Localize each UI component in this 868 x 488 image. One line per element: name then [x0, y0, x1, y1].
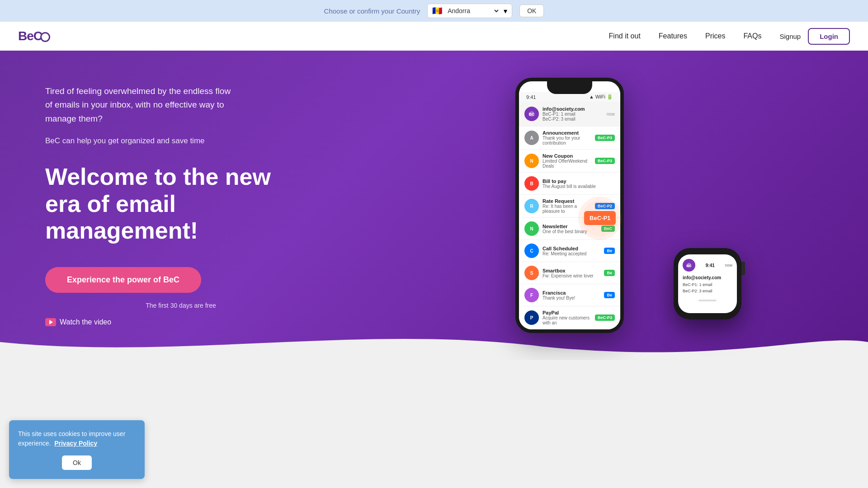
- watch-sender: info@society.com: [683, 275, 732, 280]
- email-item-francisca: F Francisca Thank you! Bye! Be: [519, 284, 620, 306]
- nav-right: Signup Login: [779, 28, 850, 45]
- avatar: S: [524, 266, 539, 280]
- hero-helper: BeC can help you get organized and save …: [45, 136, 316, 145]
- watch-screen: BC 9:41 now info@society.com BeC-P1: 1 e…: [678, 254, 737, 313]
- avatar: N: [524, 221, 539, 236]
- preview: Thank you! Bye!: [542, 296, 600, 300]
- preview: Re: Meeting accepted: [542, 251, 600, 256]
- email-info: Francisca Thank you! Bye!: [542, 290, 600, 300]
- avatar: C: [524, 244, 539, 258]
- email-item-announcement: A Announcement Thank you for your contri…: [519, 127, 620, 150]
- sender: New Coupon: [542, 153, 591, 159]
- email-time: now: [607, 112, 615, 117]
- sender: Bill to pay: [542, 178, 615, 184]
- email-info: Smartbox Fw: Expensive wine lover: [542, 268, 600, 278]
- hero-title: Welcome to the newera of emailmanagement…: [45, 164, 316, 244]
- watch-mockup: BC 9:41 now info@society.com BeC-P1: 1 e…: [674, 248, 741, 319]
- sender: PayPal: [542, 310, 591, 315]
- country-prompt: Choose or confirm your Country: [324, 7, 420, 15]
- phone-time: 9:41: [526, 94, 536, 100]
- logo-ring: [40, 32, 50, 42]
- preview: Acquire new customers with an: [542, 315, 591, 325]
- email-item-call: C Call Scheduled Re: Meeting accepted Be: [519, 240, 620, 262]
- sender: Call Scheduled: [542, 246, 600, 251]
- email-info: New Coupon Limited OfferWeekend Deals: [542, 153, 591, 169]
- dropdown-icon: ▾: [504, 7, 507, 15]
- logo: BeC: [18, 29, 50, 43]
- phone-notch: [547, 81, 592, 94]
- preview: Thank you for your contribution: [542, 136, 591, 145]
- preview: Limited OfferWeekend Deals: [542, 159, 591, 169]
- email-item-coupon: N New Coupon Limited OfferWeekend Deals …: [519, 150, 620, 173]
- email-info: Call Scheduled Re: Meeting accepted: [542, 246, 600, 256]
- avatar: A: [524, 131, 539, 145]
- play-icon: [45, 318, 56, 326]
- email-avatar: BC: [524, 107, 539, 121]
- avatar: F: [524, 288, 539, 302]
- email-info: PayPal Acquire new customers with an: [542, 310, 591, 325]
- cookie-notice: This site uses cookies to improve user e…: [9, 420, 145, 450]
- bec-p1-label: BeC-P1: [584, 211, 616, 225]
- email-info: Bill to pay The August bill is available: [542, 178, 615, 189]
- watch-label: now: [725, 263, 732, 267]
- tag: BeC-P3: [595, 135, 615, 141]
- email-item-bill: B Bill to pay The August bill is availab…: [519, 173, 620, 195]
- nav-find-it-out[interactable]: Find it out: [609, 32, 641, 40]
- nav-links: Find it out Features Prices FAQs: [609, 32, 762, 40]
- email-item-paypal: P PayPal Acquire new customers with an B…: [519, 306, 620, 329]
- email-info: info@society.com BeC-P1: 1 email BeC-P2:…: [542, 106, 603, 122]
- email-info: Announcement Thank you for your contribu…: [542, 130, 591, 145]
- phone-mockup-wrapper: 9:41 ▲ WiFi 🔋 BC info@society.com BeC-P1…: [515, 78, 624, 333]
- watch-text: BeC-P1: 1 email BeC-P2: 3 email: [683, 282, 732, 294]
- preview: The August bill is available: [542, 184, 615, 189]
- tag: Be: [604, 292, 615, 298]
- email-sender: info@society.com: [542, 106, 603, 112]
- sender: Francisca: [542, 290, 600, 296]
- cta-button[interactable]: Experience the power of BeC: [45, 267, 201, 293]
- nav-features[interactable]: Features: [659, 32, 687, 40]
- avatar: R: [524, 199, 539, 213]
- cookie-text: This site uses cookies to improve user e…: [18, 429, 136, 448]
- watch-video-label: Watch the video: [60, 318, 111, 326]
- ok-button[interactable]: OK: [519, 5, 544, 17]
- hero-section: Tired of feeling overwhelmed by the endl…: [0, 51, 868, 360]
- email-item-smartbox: S Smartbox Fw: Expensive wine lover Be: [519, 262, 620, 284]
- watch-time: 9:41: [706, 263, 715, 268]
- email-preview2: BeC-P2: 3 email: [542, 117, 603, 122]
- sender: Smartbox: [542, 268, 600, 273]
- privacy-policy-link[interactable]: Privacy Policy: [54, 440, 97, 447]
- tag: BeC-P3: [595, 314, 615, 321]
- nav-prices[interactable]: Prices: [705, 32, 725, 40]
- avatar: B: [524, 176, 539, 191]
- hero-content: Tired of feeling overwhelmed by the endl…: [45, 84, 316, 327]
- watch-home-indicator: [698, 300, 717, 301]
- login-button[interactable]: Login: [808, 28, 850, 45]
- svg-text:BC: BC: [529, 112, 535, 117]
- tag: Be: [604, 248, 615, 254]
- phone-status-icons: ▲ WiFi 🔋: [589, 94, 613, 100]
- watch-video[interactable]: Watch the video: [45, 318, 316, 326]
- email-notification: BC info@society.com BeC-P1: 1 email BeC-…: [519, 102, 620, 127]
- country-selector[interactable]: 🇦🇩 Andorra United States United Kingdom …: [427, 4, 512, 18]
- phone-area: 9:41 ▲ WiFi 🔋 BC info@society.com BeC-P1…: [316, 78, 823, 333]
- svg-text:BC: BC: [686, 264, 692, 268]
- sender: Announcement: [542, 130, 591, 136]
- nav-faqs[interactable]: FAQs: [743, 32, 761, 40]
- free-trial-text: The first 30 days are free: [45, 302, 316, 309]
- country-flag: 🇦🇩: [432, 6, 442, 16]
- watch-crown: [741, 262, 745, 275]
- tag: BeC-P3: [595, 158, 615, 164]
- top-bar: Choose or confirm your Country 🇦🇩 Andorr…: [0, 0, 868, 22]
- country-dropdown[interactable]: Andorra United States United Kingdom Spa…: [446, 7, 500, 15]
- navbar: BeC Find it out Features Prices FAQs Sig…: [0, 22, 868, 51]
- avatar: P: [524, 310, 539, 325]
- signup-link[interactable]: Signup: [779, 33, 801, 40]
- watch-status: BC 9:41 now: [683, 259, 732, 272]
- watch-app-icon: BC: [683, 259, 695, 272]
- bec-p1-badge-wrapper: BeC-P1: [582, 200, 618, 236]
- tag: Be: [604, 270, 615, 276]
- preview: Fw: Expensive wine lover: [542, 273, 600, 278]
- email-preview: BeC-P1: 1 email: [542, 112, 603, 117]
- avatar: N: [524, 154, 539, 168]
- bec-p1-circle: BeC-P1: [582, 200, 618, 236]
